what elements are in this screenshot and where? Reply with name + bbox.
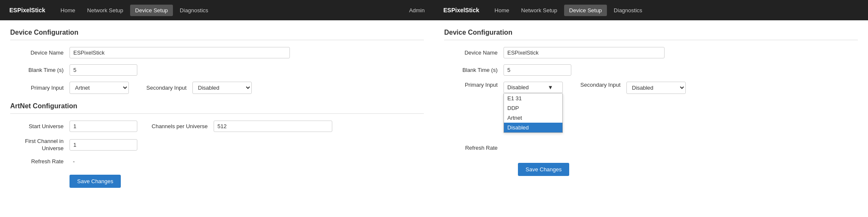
- first-channel-row: First Channel in Universe: [10, 138, 424, 152]
- right-secondary-input-select[interactable]: Disabled E1 31 DDP Artnet: [626, 82, 686, 94]
- start-universe-label: Start Universe: [10, 123, 70, 129]
- right-section-title: Device Configuration: [444, 29, 858, 40]
- right-refresh-rate-label: Refresh Rate: [444, 145, 504, 151]
- right-navbar: ESPixelStick Home Network Setup Device S…: [434, 0, 868, 20]
- right-blank-time-row: Blank Time (s): [444, 64, 858, 76]
- primary-input-label: Primary Input: [10, 85, 70, 91]
- device-name-label: Device Name: [10, 49, 70, 56]
- left-nav-network-setup[interactable]: Network Setup: [82, 5, 128, 16]
- left-navbar: ESPixelStick Home Network Setup Device S…: [0, 0, 434, 20]
- right-save-button[interactable]: Save Changes: [518, 163, 569, 176]
- dropdown-list: E1 31 DDP Artnet Disabled: [504, 93, 563, 133]
- right-refresh-rate-row: Refresh Rate: [444, 145, 858, 151]
- device-name-input[interactable]: [70, 47, 290, 58]
- dropdown-item-disabled[interactable]: Disabled: [504, 123, 562, 132]
- right-secondary-input-label: Secondary Input: [571, 82, 626, 88]
- left-section-title: Device Configuration: [10, 29, 424, 40]
- blank-time-input[interactable]: [70, 64, 137, 76]
- dropdown-item-ddp[interactable]: DDP: [504, 103, 562, 113]
- left-nav-admin[interactable]: Admin: [404, 5, 430, 16]
- right-nav-device-setup[interactable]: Device Setup: [564, 5, 607, 16]
- channels-per-universe-label: Channels per Universe: [146, 123, 214, 129]
- universe-row: Start Universe Channels per Universe: [10, 121, 424, 132]
- dropdown-open-container[interactable]: Disabled ▼ E1 31 DDP Artnet Disabled: [504, 82, 563, 93]
- artnet-title: ArtNet Configuration: [10, 102, 424, 114]
- right-device-name-label: Device Name: [444, 49, 504, 56]
- artnet-section: ArtNet Configuration Start Universe Chan…: [10, 102, 424, 188]
- left-panel: ESPixelStick Home Network Setup Device S…: [0, 0, 434, 217]
- secondary-input-label: Secondary Input: [137, 85, 192, 91]
- first-channel-input[interactable]: [70, 139, 137, 151]
- left-save-button[interactable]: Save Changes: [70, 175, 121, 188]
- dropdown-item-e131[interactable]: E1 31: [504, 93, 562, 103]
- right-blank-time-label: Blank Time (s): [444, 67, 504, 73]
- right-content: Device Configuration Device Name Blank T…: [434, 20, 868, 184]
- right-primary-input-dropdown[interactable]: Disabled ▼ E1 31 DDP Artnet Disabled: [504, 82, 563, 93]
- start-universe-input[interactable]: [70, 121, 137, 132]
- dropdown-selected-text: Disabled: [507, 84, 529, 91]
- left-nav-device-setup[interactable]: Device Setup: [130, 5, 173, 16]
- blank-time-label: Blank Time (s): [10, 67, 70, 73]
- secondary-input-select[interactable]: Disabled E1 31 DDP Artnet: [192, 82, 252, 94]
- right-device-name-row: Device Name: [444, 47, 858, 58]
- right-nav-diagnostics[interactable]: Diagnostics: [609, 5, 647, 16]
- right-panel: ESPixelStick Home Network Setup Device S…: [434, 0, 868, 217]
- right-nav-network-setup[interactable]: Network Setup: [516, 5, 562, 16]
- left-content: Device Configuration Device Name Blank T…: [0, 20, 434, 196]
- right-input-row: Primary Input Disabled ▼ E1 31 DDP Artne…: [444, 82, 858, 94]
- dropdown-selected-value[interactable]: Disabled ▼: [504, 82, 562, 93]
- refresh-rate-label: Refresh Rate: [10, 158, 70, 165]
- channels-per-universe-input[interactable]: [214, 121, 332, 132]
- refresh-rate-value: -: [73, 158, 75, 165]
- primary-input-select[interactable]: Artnet E1 31 DDP Disabled: [70, 82, 129, 94]
- refresh-rate-row: Refresh Rate -: [10, 158, 424, 165]
- left-brand[interactable]: ESPixelStick: [4, 4, 50, 16]
- right-nav-home[interactable]: Home: [490, 5, 515, 16]
- right-device-name-input[interactable]: [504, 47, 665, 58]
- left-nav-diagnostics[interactable]: Diagnostics: [175, 5, 213, 16]
- first-channel-label: First Channel in Universe: [10, 138, 70, 152]
- device-name-row: Device Name: [10, 47, 424, 58]
- input-row: Primary Input Artnet E1 31 DDP Disabled …: [10, 82, 424, 94]
- right-blank-time-input[interactable]: [504, 64, 571, 76]
- right-brand[interactable]: ESPixelStick: [438, 4, 484, 16]
- dropdown-item-artnet[interactable]: Artnet: [504, 113, 562, 123]
- blank-time-row: Blank Time (s): [10, 64, 424, 76]
- right-primary-input-label: Primary Input: [444, 82, 504, 88]
- chevron-down-icon: ▼: [548, 84, 553, 91]
- left-nav-home[interactable]: Home: [56, 5, 81, 16]
